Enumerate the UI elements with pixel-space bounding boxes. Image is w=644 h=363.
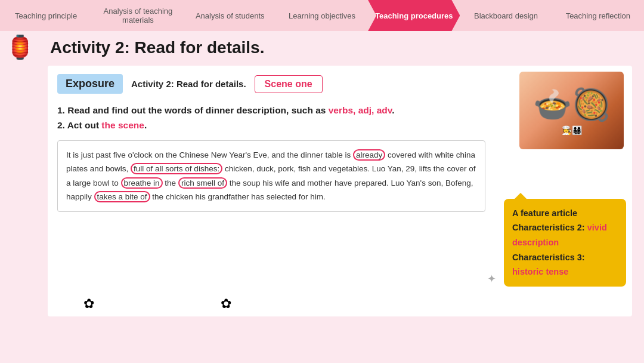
nav-item-analysis-teaching[interactable]: Analysis of teaching materials — [92, 0, 184, 31]
feature-line3: Characteristics 3: historic tense — [512, 250, 618, 279]
nav-item-teaching-principle[interactable]: Teaching principle — [0, 0, 92, 31]
highlight-full-of: full of all sorts of dishes: — [131, 163, 222, 174]
activity-subtitle-label: Activity 2: Read for details. — [131, 79, 246, 89]
instruction-2-highlight: the scene — [101, 120, 144, 130]
nav-item-learning-objectives[interactable]: Learning objectives — [276, 0, 368, 31]
content-panel: Exposure Activity 2: Read for details. S… — [48, 66, 632, 316]
dinner-illustration: 🍲🥘 🧑‍🍳👨‍👩‍👧‍👦 — [533, 87, 611, 135]
nav-item-blackboard-design[interactable]: Blackboard design — [460, 0, 552, 31]
top-navigation: Teaching principle Analysis of teaching … — [0, 0, 644, 31]
activity-title: Activity 2: Read for details. — [50, 38, 632, 57]
highlight-already: already — [353, 149, 385, 161]
feature-line2: Characteristics 2: vivid description — [512, 220, 618, 250]
highlight-rich-smell: rich smell of — [178, 177, 227, 189]
instruction-2: 2. Act out the scene. — [57, 118, 503, 133]
flower-decoration-right: ✿ — [221, 296, 231, 312]
highlight-takes-bite: takes a bite of — [94, 191, 150, 202]
exposure-badge: Exposure — [57, 74, 123, 94]
scene-badge: Scene one — [255, 75, 323, 93]
instruction-1: 1. Read and find out the words of dinner… — [57, 103, 503, 118]
lantern-decoration: 🏮 — [6, 36, 34, 59]
nav-item-analysis-students[interactable]: Analysis of students — [184, 0, 276, 31]
main-content: 🏮 Activity 2: Read for details. Exposure… — [0, 31, 644, 363]
nav-item-teaching-reflection[interactable]: Teaching reflection — [552, 0, 644, 31]
feature-line1: A feature article — [512, 206, 618, 221]
flower-decoration-left: ✿ — [83, 296, 94, 312]
instructions-block: 1. Read and find out the words of dinner… — [57, 103, 503, 133]
instruction-1-highlight: verbs, adj, adv — [329, 105, 392, 115]
nav-item-teaching-procedures[interactable]: Teaching procedures — [368, 0, 460, 31]
passage-box: It is just past five o'clock on the Chin… — [57, 140, 485, 213]
deco-star: ✦ — [487, 272, 496, 285]
historic-tense-highlight: historic tense — [512, 267, 568, 276]
dinner-image: 🍲🥘 🧑‍🍳👨‍👩‍👧‍👦 — [519, 72, 624, 149]
highlight-breathe: breathe in — [121, 177, 163, 189]
feature-article-box: A feature article Characteristics 2: viv… — [504, 199, 626, 287]
